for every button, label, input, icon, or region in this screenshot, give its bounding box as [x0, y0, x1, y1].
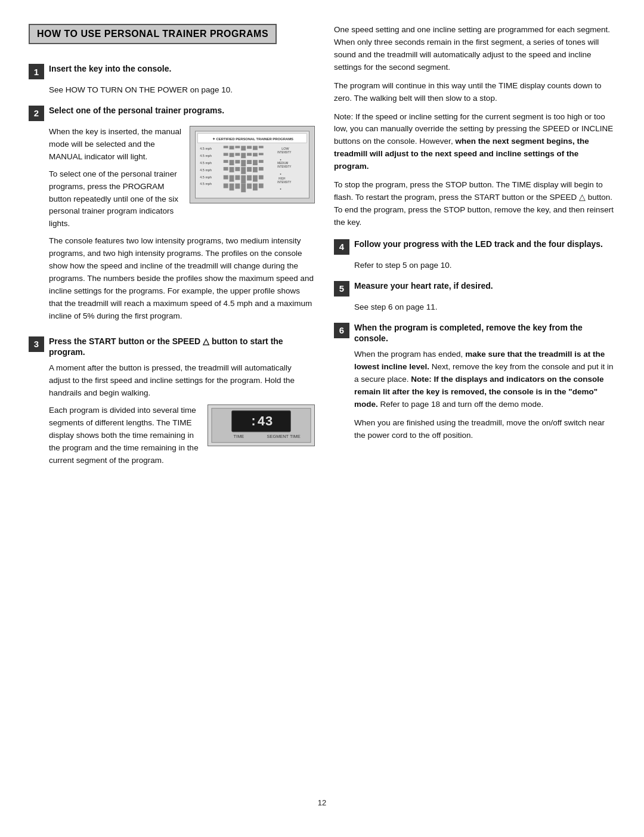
svg-rect-45 — [253, 167, 258, 172]
svg-rect-57 — [241, 183, 246, 192]
right-column: One speed setting and one incline settin… — [334, 24, 615, 784]
svg-rect-22 — [241, 146, 246, 150]
svg-text:INTENSITY: INTENSITY — [277, 180, 291, 183]
svg-rect-20 — [230, 146, 234, 149]
step3-body: A moment after the button is pressed, th… — [49, 362, 315, 471]
left-column: HOW TO USE PERSONAL TRAINER PROGRAMS 1 I… — [29, 24, 315, 784]
svg-text:TIME: TIME — [234, 434, 244, 439]
svg-rect-34 — [230, 160, 234, 165]
page-number: 12 — [318, 798, 326, 807]
svg-rect-37 — [247, 160, 252, 164]
svg-text:INTENSITY: INTENSITY — [277, 165, 291, 168]
svg-rect-40 — [224, 167, 228, 171]
svg-rect-50 — [241, 175, 246, 184]
step2-body: ✦ CERTIFIED PERSONAL TRAINER PROGRAMS 4.… — [49, 126, 315, 328]
svg-rect-35 — [235, 160, 240, 163]
step4-body: Refer to step 5 on page 10. — [354, 260, 615, 272]
svg-rect-25 — [259, 146, 264, 148]
svg-rect-46 — [259, 167, 264, 171]
svg-rect-49 — [235, 175, 240, 180]
step6-number: 6 — [334, 323, 349, 338]
svg-rect-32 — [259, 153, 264, 155]
step5-number: 5 — [334, 281, 349, 296]
svg-rect-30 — [247, 153, 252, 156]
step4-header: 4 Follow your progress with the LED trac… — [334, 239, 615, 255]
svg-text:4.5 mph: 4.5 mph — [200, 154, 212, 157]
step6-text1e: Refer to page 18 and turn off the demo m… — [378, 400, 543, 409]
svg-rect-59 — [253, 183, 258, 190]
right-intro2: The program will continue in this way un… — [334, 80, 615, 105]
svg-rect-33 — [224, 160, 228, 163]
svg-text:●: ● — [280, 187, 281, 190]
svg-rect-24 — [253, 146, 258, 150]
svg-rect-39 — [259, 160, 264, 163]
svg-rect-48 — [230, 175, 234, 182]
page-title: HOW TO USE PERSONAL TRAINER PROGRAMS — [37, 29, 268, 39]
svg-rect-36 — [241, 160, 246, 166]
svg-rect-27 — [230, 153, 234, 157]
right-intro4: To stop the program, press the STOP butt… — [334, 179, 615, 229]
step6-text2: When you are finished using the treadmil… — [354, 417, 615, 442]
page: HOW TO USE PERSONAL TRAINER PROGRAMS 1 I… — [0, 0, 644, 837]
step5-header: 5 Measure your heart rate, if desired. — [334, 280, 615, 296]
page-footer: 12 — [29, 798, 615, 807]
step2-number: 2 — [29, 106, 44, 121]
svg-rect-29 — [241, 153, 246, 158]
svg-text:4.5 mph: 4.5 mph — [200, 147, 212, 150]
svg-text:4.5 mph: 4.5 mph — [200, 182, 212, 186]
svg-rect-47 — [224, 175, 228, 180]
step6-title: When the program is completed, remove th… — [354, 322, 615, 344]
step6-body: When the program has ended, make sure th… — [354, 348, 615, 441]
step4-number: 4 — [334, 239, 349, 255]
svg-rect-52 — [253, 175, 258, 182]
svg-rect-21 — [235, 146, 240, 148]
step6-header: 6 When the program is completed, remove … — [334, 322, 615, 344]
svg-text:●: ● — [280, 158, 281, 161]
step3-text1: A moment after the button is pressed, th… — [49, 362, 315, 400]
right-intro3: Note: If the speed or incline setting fo… — [334, 111, 615, 174]
step6-text1a: When the program has ended, — [354, 350, 465, 359]
step3-header: 3 Press the START button or the SPEED △ … — [29, 336, 315, 357]
svg-rect-43 — [241, 167, 246, 174]
svg-text:4.5 mph: 4.5 mph — [200, 175, 212, 179]
step2-text3: The console features two low intensity p… — [49, 235, 315, 322]
svg-rect-58 — [247, 183, 252, 189]
step2-title: Select one of the personal trainer progr… — [49, 105, 224, 116]
step4-text: Refer to step 5 on page 10. — [354, 260, 615, 272]
step1-title: Insert the key into the console. — [49, 63, 171, 74]
svg-rect-51 — [247, 175, 252, 181]
svg-text::43: :43 — [249, 415, 273, 430]
svg-rect-53 — [259, 175, 264, 180]
step6-text1: When the program has ended, make sure th… — [354, 348, 615, 411]
svg-rect-38 — [253, 160, 258, 165]
svg-rect-26 — [224, 153, 228, 156]
svg-text:4.5 mph: 4.5 mph — [200, 161, 212, 165]
svg-rect-60 — [259, 183, 264, 188]
step1-header: 1 Insert the key into the console. — [29, 63, 315, 79]
svg-text:✦ CERTIFIED PERSONAL TRAINER P: ✦ CERTIFIED PERSONAL TRAINER PROGRAMS — [212, 137, 293, 141]
svg-rect-41 — [230, 167, 234, 172]
step3-title: Press the START button or the SPEED △ bu… — [49, 336, 315, 357]
svg-text:SEGMENT TIME: SEGMENT TIME — [267, 434, 301, 439]
step5-title: Measure your heart rate, if desired. — [354, 280, 493, 291]
timer-display-image: :43 TIME SEGMENT TIME — [208, 404, 315, 446]
svg-text:●: ● — [280, 172, 281, 175]
svg-text:INTENSITY: INTENSITY — [277, 151, 291, 154]
step4-title: Follow your progress with the LED track … — [354, 239, 603, 249]
svg-rect-56 — [235, 183, 240, 189]
svg-rect-42 — [235, 167, 240, 171]
svg-rect-28 — [235, 153, 240, 156]
svg-text:HIGH: HIGH — [278, 177, 285, 180]
svg-rect-55 — [230, 183, 234, 190]
step3-number: 3 — [29, 336, 44, 352]
step5-body: See step 6 on page 11. — [354, 301, 615, 314]
step5-text: See step 6 on page 11. — [354, 301, 615, 314]
console-panel-image: ✦ CERTIFIED PERSONAL TRAINER PROGRAMS 4.… — [190, 126, 315, 203]
right-intro1: One speed setting and one incline settin… — [334, 24, 615, 74]
svg-rect-23 — [247, 146, 252, 149]
svg-text:4.5 mph: 4.5 mph — [200, 168, 212, 172]
svg-text:LOW: LOW — [281, 147, 289, 150]
svg-text:MEDIUM: MEDIUM — [277, 162, 288, 165]
step2-header: 2 Select one of the personal trainer pro… — [29, 105, 315, 121]
svg-rect-54 — [224, 183, 228, 188]
